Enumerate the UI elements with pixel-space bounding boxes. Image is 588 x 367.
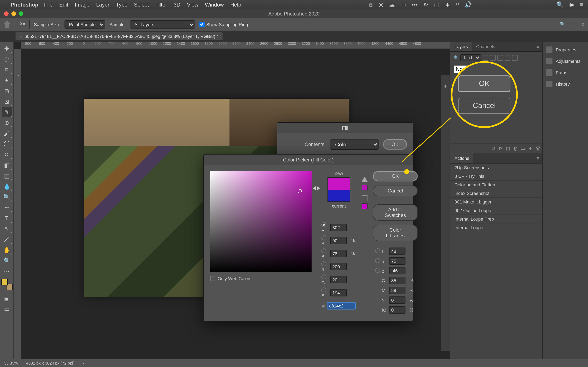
action-item[interactable]: 001 Make it bigger <box>450 198 542 206</box>
sample-size-select[interactable]: Point Sample <box>65 20 105 28</box>
home-icon[interactable] <box>3 21 11 28</box>
color-libraries-button[interactable]: Color Libraries <box>373 225 418 241</box>
bluetooth-icon[interactable]: ∗ <box>445 1 450 8</box>
panel-menu-icon[interactable]: ≡ <box>533 153 542 163</box>
radio-b[interactable] <box>321 248 326 253</box>
wand-tool[interactable]: ✦ <box>1 75 12 85</box>
filter-adjust-icon[interactable] <box>490 55 496 60</box>
radio-r[interactable] <box>321 261 326 266</box>
mask-icon[interactable]: ◻ <box>506 146 510 151</box>
radio-l[interactable] <box>375 248 380 253</box>
cc-icon[interactable]: ◎ <box>379 1 383 8</box>
share-icon[interactable]: ⇪ <box>581 22 585 27</box>
show-sampling-ring[interactable]: Show Sampling Ring <box>199 22 248 27</box>
workspace-icon[interactable]: ▭ <box>571 22 575 27</box>
brush-tool[interactable]: 🖌 <box>1 128 12 138</box>
collapsed-adjustments[interactable]: Adjustments <box>543 55 588 67</box>
sample-select[interactable]: All Layers <box>130 20 195 28</box>
b-input[interactable] <box>330 250 347 257</box>
m-input[interactable] <box>389 287 406 294</box>
filter-shape-icon[interactable] <box>505 55 510 60</box>
shape-tool[interactable]: ／ <box>1 234 12 244</box>
history-brush-tool[interactable]: ↺ <box>1 150 12 159</box>
dodge-tool[interactable]: 🔍 <box>1 192 12 202</box>
collapsed-panel-strip[interactable]: ✦ <box>441 75 450 351</box>
web-colors-checkbox[interactable] <box>210 276 215 281</box>
dropbox-icon[interactable]: ⧈ <box>369 1 373 8</box>
action-item[interactable]: Color bg and Flatten <box>450 181 542 189</box>
spotlight-icon[interactable]: 🔍 <box>557 1 563 8</box>
window-minimize-button[interactable] <box>11 11 16 16</box>
marquee-tool[interactable]: ◌ <box>1 54 12 64</box>
eraser-tool[interactable]: ◧ <box>1 160 12 170</box>
volume-icon[interactable]: 🔊 <box>465 1 472 8</box>
bb-input[interactable] <box>330 289 347 296</box>
menu-edit[interactable]: Edit <box>59 1 68 8</box>
r-input[interactable] <box>330 263 347 270</box>
lasso-tool[interactable]: ⌑ <box>1 65 12 75</box>
app-name[interactable]: Photoshop <box>11 1 38 8</box>
trash-icon[interactable]: 🗑 <box>536 146 541 151</box>
menu-help[interactable]: Help <box>230 1 241 8</box>
picker-cancel-button[interactable]: Cancel <box>373 185 418 196</box>
filter-smart-icon[interactable] <box>512 55 518 60</box>
close-tab-icon[interactable]: × <box>20 34 22 39</box>
display-icon[interactable]: ▭ <box>401 1 406 8</box>
document-tab[interactable]: × 60521779481__F7C2F3D7-ABC9-4D76-9F8E-9… <box>16 32 222 40</box>
action-item[interactable]: Index Screenshot <box>450 189 542 198</box>
radio-h[interactable] <box>321 222 326 227</box>
filter-icon[interactable]: 🔍 <box>454 55 458 60</box>
search-icon[interactable]: 🔍 <box>560 22 566 27</box>
contents-select[interactable]: Color... <box>330 139 379 150</box>
path-tool[interactable]: ↖ <box>1 224 12 234</box>
add-swatches-button[interactable]: Add to Swatches <box>373 204 418 221</box>
eyedropper-icon[interactable]: ✎▾ <box>19 22 25 27</box>
gamut-swatch[interactable] <box>362 185 367 191</box>
websafe-swatch[interactable] <box>362 203 367 209</box>
radio-s[interactable] <box>321 235 326 240</box>
radio-g[interactable] <box>321 275 326 279</box>
siri-icon[interactable]: ◉ <box>569 1 574 8</box>
zoom-value[interactable]: 33.33% <box>4 361 18 365</box>
color-cursor[interactable] <box>298 189 302 193</box>
action-item[interactable]: Internal Loupe <box>450 224 542 232</box>
action-item[interactable]: 3 UP - Try This <box>450 172 542 181</box>
radio-a[interactable] <box>375 258 380 263</box>
quickmask-tool[interactable]: ▣ <box>1 294 12 303</box>
frame-tool[interactable]: ⊠ <box>1 97 12 106</box>
menu-type[interactable]: Type <box>116 1 127 8</box>
saturation-value-field[interactable] <box>210 171 311 272</box>
pen-tool[interactable]: ✒ <box>1 203 12 212</box>
color-swatches[interactable] <box>1 279 12 290</box>
panel-menu-icon[interactable]: ≡ <box>533 42 542 51</box>
info-chevron-icon[interactable]: › <box>83 361 84 365</box>
hand-tool[interactable]: ✋ <box>1 245 12 255</box>
action-item[interactable]: 2Up Screenshots <box>450 164 542 172</box>
collapsed-history[interactable]: History <box>543 78 588 90</box>
filter-select[interactable]: Kind <box>460 54 481 61</box>
crop-tool[interactable]: ⧉ <box>1 86 12 96</box>
y-input[interactable] <box>389 296 406 304</box>
l-input[interactable] <box>389 248 406 255</box>
notification-icon[interactable]: ≡ <box>580 1 583 8</box>
menu-image[interactable]: Image <box>75 1 90 8</box>
stamp-tool[interactable]: ⛶ <box>1 139 12 149</box>
radio-lab-b[interactable] <box>375 268 380 273</box>
link-icon[interactable]: ⧉ <box>492 146 495 151</box>
adjust-icon[interactable]: ◐ <box>513 146 517 151</box>
fg-color[interactable] <box>1 279 8 285</box>
cloud-icon[interactable]: ☁ <box>389 1 395 8</box>
fx-icon[interactable]: fx <box>499 146 503 151</box>
menu-3d[interactable]: 3D <box>173 1 180 8</box>
strip-icon[interactable]: ✦ <box>443 83 448 89</box>
airplay-icon[interactable]: ▢ <box>434 1 439 8</box>
menu-select[interactable]: Select <box>134 1 149 8</box>
wifi-icon[interactable]: ⌔ <box>456 1 459 8</box>
group-icon[interactable]: ▭ <box>521 146 525 151</box>
timemachine-icon[interactable]: ↻ <box>424 1 428 8</box>
more-icon[interactable]: ••• <box>412 1 417 8</box>
websafe-warning-icon[interactable] <box>362 195 367 201</box>
filter-pixel-icon[interactable] <box>483 55 488 60</box>
action-item[interactable]: 002 Outline Loupe <box>450 206 542 215</box>
zoom-tool[interactable]: 🔍 <box>1 256 12 266</box>
